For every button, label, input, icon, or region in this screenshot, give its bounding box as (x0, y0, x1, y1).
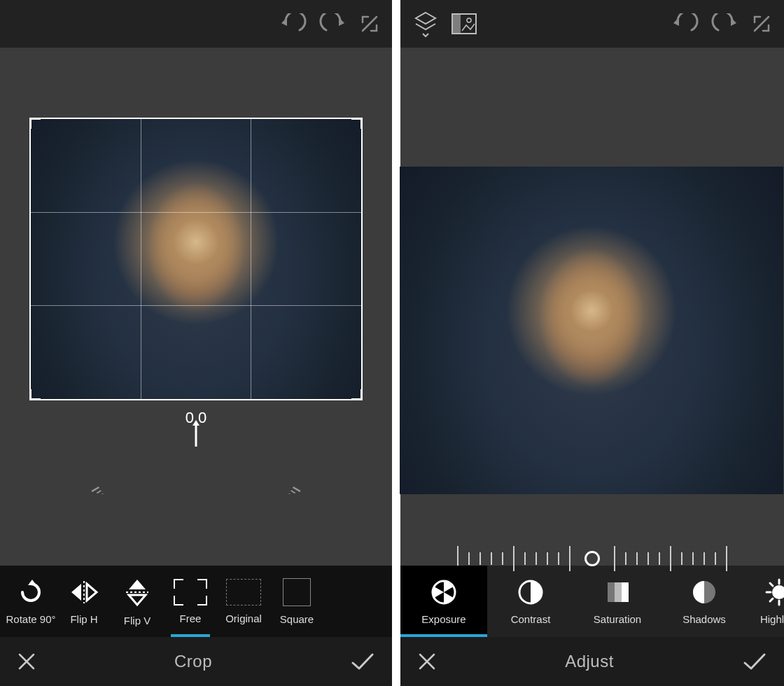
crop-handle-tl[interactable] (29, 118, 41, 129)
fullscreen-button[interactable] (752, 14, 771, 34)
undo-button[interactable] (671, 13, 699, 34)
redo-button[interactable] (711, 13, 739, 34)
fullscreen-button[interactable] (360, 14, 379, 34)
svg-line-79 (770, 583, 773, 586)
photo-preview (400, 167, 783, 494)
contrast-button[interactable]: Contrast (487, 566, 574, 637)
svg-rect-71 (615, 582, 622, 602)
crop-topbar (0, 0, 392, 48)
slider-knob[interactable] (584, 551, 600, 566)
saturation-button[interactable]: Saturation (574, 566, 661, 637)
svg-rect-72 (622, 582, 629, 602)
highlights-button[interactable]: Highligh (748, 566, 784, 637)
rotate-90-label: Rotate 90° (6, 613, 55, 625)
svg-line-60 (92, 487, 99, 491)
flip-v-button[interactable]: Flip V (111, 566, 164, 637)
aspect-original-label: Original (225, 612, 262, 624)
adjust-tools: Exposure Contrast Saturation Shadows (400, 566, 784, 637)
flip-h-label: Flip H (70, 613, 97, 625)
adjust-title: Adjust (438, 652, 741, 671)
crop-frame[interactable] (29, 118, 363, 400)
aspect-square-label: Square (280, 613, 314, 625)
crop-canvas: 0.0 (0, 48, 392, 566)
adjust-canvas (400, 48, 784, 566)
svg-line-82 (770, 598, 773, 601)
svg-line-59 (97, 491, 101, 493)
redo-button[interactable] (319, 13, 347, 34)
svg-marker-62 (192, 420, 200, 426)
crop-pane: 0.0 Rotate 90° Flip H Flip V Free O (0, 0, 392, 686)
crop-handle-tr[interactable] (351, 118, 363, 129)
aspect-free-button[interactable]: Free (164, 566, 217, 637)
contrast-icon (517, 578, 545, 606)
layers-button[interactable] (413, 10, 438, 38)
shadows-label: Shadows (682, 613, 726, 625)
svg-point-67 (467, 18, 471, 22)
exposure-label: Exposure (421, 613, 465, 625)
aspect-square-button[interactable]: Square (270, 566, 323, 637)
saturation-label: Saturation (594, 613, 641, 625)
crop-tools: Rotate 90° Flip H Flip V Free Original S… (0, 566, 392, 637)
apply-button[interactable] (741, 650, 769, 673)
crop-title: Crop (38, 652, 349, 671)
crop-overlay (29, 118, 363, 400)
exposure-button[interactable]: Exposure (400, 566, 487, 637)
crop-handle-bl[interactable] (29, 389, 41, 400)
crop-handle-br[interactable] (351, 389, 363, 400)
svg-line-0 (293, 487, 300, 491)
shadows-button[interactable]: Shadows (661, 566, 748, 637)
svg-line-1 (291, 491, 295, 493)
compare-image-button[interactable] (451, 13, 477, 35)
svg-line-2 (289, 493, 293, 494)
apply-button[interactable] (349, 650, 377, 673)
highlights-label: Highligh (760, 613, 784, 625)
rotate-90-button[interactable]: Rotate 90° (4, 566, 57, 637)
flip-h-button[interactable]: Flip H (57, 566, 111, 637)
aspect-original-icon (226, 579, 261, 606)
adjust-pane: Exposure Contrast Saturation Shadows (400, 0, 784, 686)
svg-rect-66 (452, 14, 461, 34)
adjust-topbar (400, 0, 784, 48)
cancel-button[interactable] (15, 650, 38, 673)
aspect-original-button[interactable]: Original (217, 566, 270, 637)
flip-v-label: Flip V (124, 615, 150, 626)
highlights-icon (765, 578, 784, 606)
rotation-dial[interactable] (42, 410, 350, 494)
svg-point-74 (772, 585, 784, 599)
adjust-confirm-bar: Adjust (400, 637, 784, 686)
saturation-icon (603, 578, 631, 606)
svg-rect-70 (608, 582, 615, 602)
aspect-free-label: Free (180, 612, 202, 624)
svg-line-58 (99, 493, 104, 494)
aspect-free-icon (174, 579, 207, 606)
shadows-icon (690, 578, 718, 606)
contrast-label: Contrast (511, 613, 551, 625)
crop-confirm-bar: Crop (0, 637, 392, 686)
undo-button[interactable] (279, 13, 307, 34)
aspect-square-icon (283, 578, 311, 606)
exposure-icon (430, 578, 458, 606)
cancel-button[interactable] (416, 650, 438, 673)
